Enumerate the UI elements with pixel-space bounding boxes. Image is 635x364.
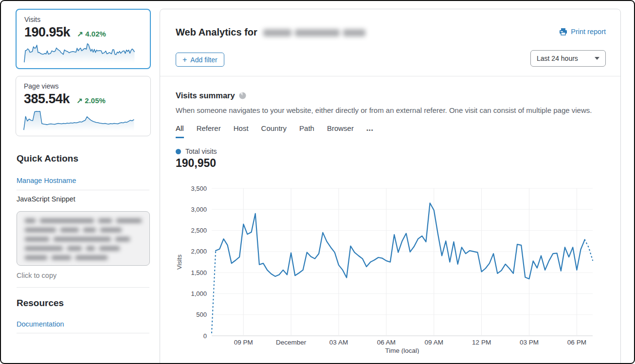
print-report-link[interactable]: Print report xyxy=(559,28,606,36)
time-range-dropdown[interactable]: Last 24 hours xyxy=(530,50,606,67)
legend-label: Total visits xyxy=(185,147,217,155)
svg-text:3,500: 3,500 xyxy=(191,185,207,192)
page-title: Web Analytics for xyxy=(176,27,365,38)
redacted-domain xyxy=(263,29,365,36)
pie-chart-info-icon[interactable] xyxy=(239,92,246,99)
tab-path[interactable]: Path xyxy=(299,124,314,138)
trend-up-icon: ↗ xyxy=(77,96,83,105)
total-visits-value: 190,950 xyxy=(176,157,216,170)
svg-text:1,000: 1,000 xyxy=(191,290,207,297)
printer-icon xyxy=(559,28,567,36)
svg-text:12 PM: 12 PM xyxy=(472,339,491,346)
click-to-copy-hint: Click to copy xyxy=(17,272,56,279)
redacted-code-line xyxy=(25,237,142,241)
app-window: Visits 190.95k ↗ 4.02% Page views 385.54… xyxy=(0,0,635,364)
pageviews-card-label: Page views xyxy=(24,82,59,90)
javascript-snippet-label: JavaScript Snippet xyxy=(17,195,75,203)
redacted-code-line xyxy=(25,246,142,251)
svg-text:06 AM: 06 AM xyxy=(377,339,396,346)
documentation-link[interactable]: Documentation xyxy=(17,320,64,328)
manage-hostname-link[interactable]: Manage Hostname xyxy=(17,177,76,184)
svg-text:1,500: 1,500 xyxy=(191,269,207,276)
divider xyxy=(17,333,149,333)
divider xyxy=(160,76,620,76)
redacted-code-line xyxy=(25,218,142,223)
tab-referer[interactable]: Referer xyxy=(197,124,221,138)
svg-text:December: December xyxy=(276,339,307,346)
redacted-code-line xyxy=(25,228,142,232)
tab-country[interactable]: Country xyxy=(261,124,287,138)
javascript-snippet-code-box[interactable] xyxy=(17,211,150,266)
visits-card-delta: ↗ 4.02% xyxy=(77,30,106,38)
divider xyxy=(17,190,149,190)
visits-line-chart: 05001,0001,5002,0002,5003,0003,50009 PMD… xyxy=(175,183,613,354)
visits-card-value: 190.95k xyxy=(24,25,70,39)
svg-text:03 AM: 03 AM xyxy=(329,339,348,346)
svg-text:3,000: 3,000 xyxy=(191,206,207,213)
trend-up-icon: ↗ xyxy=(77,30,84,38)
svg-text:06 PM: 06 PM xyxy=(567,339,586,346)
svg-text:Time (local): Time (local) xyxy=(385,347,419,354)
add-filter-button[interactable]: + Add filter xyxy=(176,53,224,67)
analytics-panel: Web Analytics for Print report + Add fil… xyxy=(160,9,621,364)
redacted-code-line xyxy=(25,255,142,260)
tab-browser[interactable]: Browser xyxy=(327,124,354,138)
visits-summary-description: When someone navigates to your website, … xyxy=(176,106,592,114)
svg-text:2,000: 2,000 xyxy=(191,248,207,255)
divider xyxy=(17,287,149,288)
chevron-down-icon xyxy=(595,57,599,60)
pageviews-card-value: 385.54k xyxy=(24,91,70,106)
svg-text:09 AM: 09 AM xyxy=(425,339,443,346)
pageviews-card-delta: ↗ 2.05% xyxy=(77,96,106,105)
visits-sparkline-chart xyxy=(22,41,136,64)
legend-total-visits[interactable]: Total visits xyxy=(176,147,217,155)
pageviews-metric-card[interactable]: Page views 385.54k ↗ 2.05% xyxy=(16,76,151,136)
svg-text:0: 0 xyxy=(203,332,207,340)
svg-text:2,500: 2,500 xyxy=(191,227,207,234)
dimension-tabs: All Referer Host Country Path Browser ••… xyxy=(176,124,374,138)
time-range-value: Last 24 hours xyxy=(537,55,578,62)
tab-all[interactable]: All xyxy=(176,124,184,138)
visits-card-label: Visits xyxy=(24,16,40,23)
quick-actions-heading: Quick Actions xyxy=(17,153,78,164)
legend-dot-icon xyxy=(176,149,181,154)
svg-text:500: 500 xyxy=(196,311,207,318)
pageviews-sparkline-chart xyxy=(22,109,136,132)
svg-text:03 PM: 03 PM xyxy=(520,339,539,346)
visits-metric-card[interactable]: Visits 190.95k ↗ 4.02% xyxy=(16,9,151,69)
svg-text:09 PM: 09 PM xyxy=(234,339,253,346)
tabs-overflow-button[interactable]: ••• xyxy=(366,127,374,136)
plus-icon: + xyxy=(182,55,187,64)
visits-summary-title: Visits summary xyxy=(176,91,246,100)
resources-heading: Resources xyxy=(17,298,64,309)
tab-host[interactable]: Host xyxy=(234,124,249,138)
svg-text:Visits: Visits xyxy=(176,255,183,270)
